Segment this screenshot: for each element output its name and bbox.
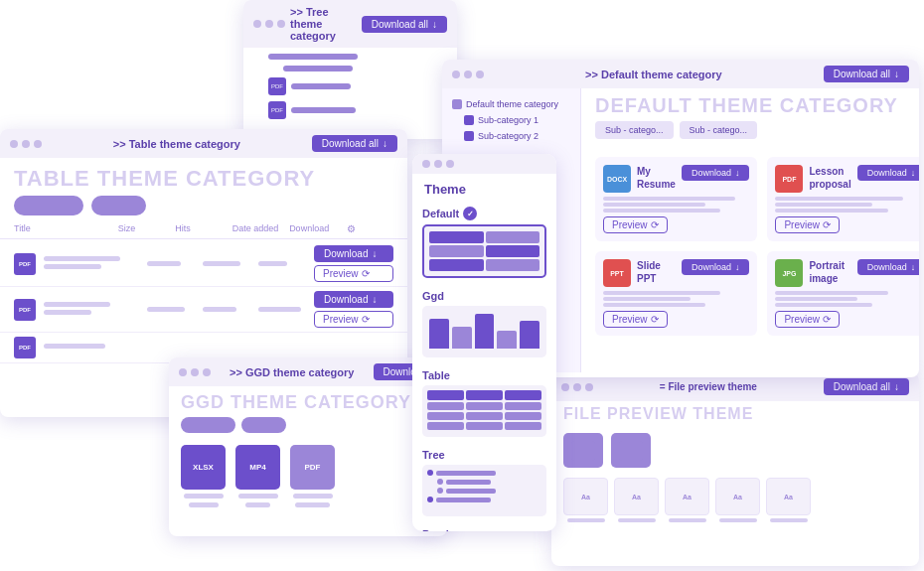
download-icon (911, 168, 916, 178)
dot1 (422, 160, 430, 168)
fp-icon (611, 433, 651, 468)
file-download-button[interactable]: Download (682, 165, 750, 181)
fp-icon (563, 433, 603, 468)
file-type-icon: PDF (14, 337, 36, 358)
ggd-window: >> GGD theme category Download GGD THEME… (169, 357, 447, 536)
filter-chip[interactable] (181, 417, 235, 433)
row-bar (44, 264, 101, 269)
filter-chip[interactable] (14, 196, 83, 215)
sidebar-item-sub2[interactable]: Sub-category 2 (450, 128, 572, 144)
download-icon (372, 248, 377, 259)
row-cell (203, 261, 250, 266)
file-type-icon: PDF (14, 253, 36, 275)
window-dots (179, 368, 211, 376)
dot2 (191, 368, 199, 376)
file-name: Slide PPT (637, 259, 676, 285)
row-bar (44, 302, 110, 307)
theme-option-tree[interactable]: Tree (412, 443, 556, 522)
row-preview-button[interactable]: Preview (314, 311, 393, 328)
selected-check-icon: ✓ (463, 207, 477, 220)
subcategory-tabs: Sub - catego... Sub - catego... (581, 121, 919, 147)
file-type-icon: PPT (603, 259, 631, 287)
theme-selector-window: Theme Default ✓ Ggd (412, 154, 556, 531)
download-icon (911, 262, 916, 272)
file-download-button[interactable]: Download (857, 259, 919, 275)
default-titlebar: >> Default theme category Download all (442, 60, 919, 88)
default-window-title: >> Default theme category (585, 69, 722, 80)
folder-icon (464, 115, 474, 125)
list-item: Aa (665, 478, 709, 522)
list-item: Aa (563, 478, 608, 522)
file-preview-thumb[interactable]: Aa (614, 478, 659, 515)
tree-row (253, 66, 447, 71)
table-download-button[interactable]: Download all (312, 135, 397, 152)
row-cell (147, 307, 195, 312)
table-row: PDF Download Preview (0, 287, 407, 333)
table-heading: TABLE THEME CATEGORY (0, 158, 407, 196)
tree-download-button[interactable]: Download all (362, 16, 447, 33)
preview-icon (823, 314, 831, 325)
default-download-button[interactable]: Download all (824, 66, 909, 82)
file-preview-title: = File preview theme (660, 381, 757, 392)
theme-selector-title: Theme (412, 174, 556, 201)
fp-top-icons (551, 427, 919, 474)
row-download-button[interactable]: Download (314, 245, 393, 262)
table-window-title: >> Table theme category (113, 138, 240, 150)
file-preview-thumb[interactable]: Aa (563, 478, 608, 515)
file-download-button[interactable]: Download (682, 259, 750, 275)
subcategory-tab[interactable]: Sub - catego... (680, 121, 758, 139)
download-icon (372, 294, 377, 305)
list-item: Aa (715, 478, 760, 522)
theme-option-table[interactable]: Table (412, 363, 556, 443)
theme-option-preview[interactable]: Preview (412, 522, 556, 531)
file-preview-thumb[interactable]: Aa (715, 478, 760, 515)
sidebar-item-sub1[interactable]: Sub-category 1 (450, 112, 572, 128)
file-preview-thumb[interactable]: Aa (766, 478, 811, 515)
download-icon (735, 168, 740, 178)
row-bar (44, 256, 120, 261)
file-type-icon: PDF (290, 445, 335, 490)
filter-row (0, 196, 407, 223)
file-preview-button[interactable]: Preview (603, 311, 668, 328)
list-item: MP4 (235, 445, 280, 507)
table-header: Title Size Hits Date added Download ⚙ (0, 223, 407, 239)
file-card: PDF Lesson proposal Download (767, 157, 919, 241)
row-download-button[interactable]: Download (314, 291, 393, 308)
dot3 (277, 20, 285, 28)
dot1 (10, 140, 18, 148)
preview-icon (362, 314, 370, 325)
file-preview-window: = File preview theme Download all FILE P… (551, 372, 919, 566)
window-dots (422, 160, 454, 168)
default-main-content: DEFAULT THEME CATEGORY Sub - catego... S… (581, 88, 919, 372)
theme-titlebar (412, 154, 556, 174)
file-preview-thumb[interactable]: Aa (665, 478, 709, 515)
gear-icon[interactable]: ⚙ (347, 223, 393, 234)
file-preview-button[interactable]: Preview (603, 216, 668, 233)
theme-option-default[interactable]: Default ✓ (412, 201, 556, 284)
sidebar-item-default[interactable]: Default theme category (450, 96, 572, 112)
row-cell (147, 261, 195, 266)
file-preview-button[interactable]: Preview (775, 216, 840, 233)
preview-icon (362, 268, 370, 279)
fp-items: Aa Aa Aa Aa Aa (551, 474, 919, 526)
file-preview-download-button[interactable]: Download all (824, 378, 909, 395)
dot3 (446, 160, 454, 168)
tree-bar (291, 83, 351, 89)
dot1 (561, 383, 569, 391)
table-theme-preview (422, 385, 546, 437)
filter-chip[interactable] (91, 196, 146, 215)
file-download-button[interactable]: Download (857, 165, 919, 181)
tree-content: PDF PDF (243, 48, 457, 131)
file-preview-button[interactable]: Preview (775, 311, 840, 328)
table-row: PDF Download Preview (0, 241, 407, 287)
row-preview-button[interactable]: Preview (314, 265, 393, 282)
files-grid: DOCX My Resume Download (581, 147, 919, 346)
filter-chip[interactable] (241, 417, 286, 433)
dot3 (476, 71, 484, 78)
list-item: Aa (766, 478, 811, 522)
theme-option-ggd[interactable]: Ggd (412, 284, 556, 363)
folder-icon (452, 99, 462, 109)
file-card: JPG Portrait image Download (767, 251, 919, 336)
table-titlebar: >> Table theme category Download all (0, 129, 407, 158)
subcategory-tab[interactable]: Sub - catego... (595, 121, 674, 139)
